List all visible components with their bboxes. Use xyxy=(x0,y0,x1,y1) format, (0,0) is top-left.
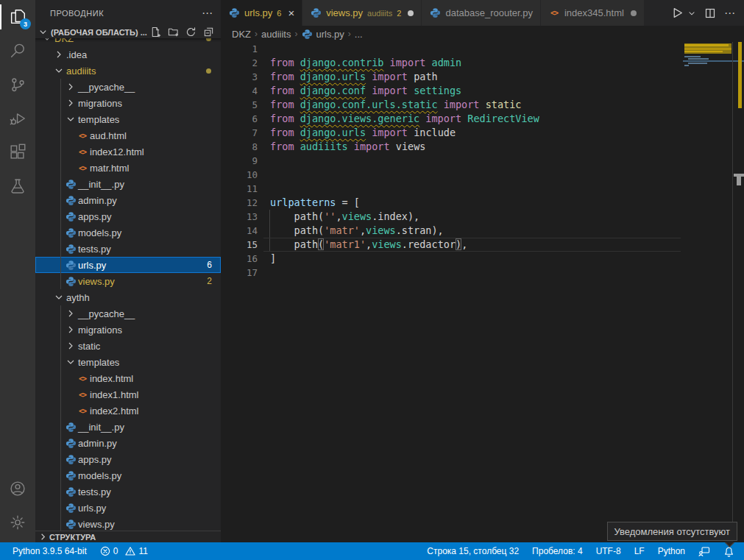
tree-item-__init__.py[interactable]: __init__.py xyxy=(35,176,221,192)
collapse-all-icon[interactable] xyxy=(203,26,214,38)
new-file-button[interactable] xyxy=(150,26,161,38)
code-line-11[interactable]: 11 xyxy=(221,182,681,196)
tree-item-matr.html[interactable]: <>matr.html xyxy=(35,160,221,176)
tree-item-tests.py[interactable]: tests.py xyxy=(35,241,221,257)
code-line-10[interactable]: 10 xyxy=(221,168,681,182)
activity-item-source-control[interactable] xyxy=(0,68,35,102)
workspace-section-header[interactable]: (РАБОЧАЯ ОБЛАСТЬ) ... xyxy=(35,26,221,38)
tree-item-apps.py[interactable]: apps.py xyxy=(35,208,221,224)
tree-item-migrations[interactable]: migrations xyxy=(35,95,221,111)
python-interpreter-status[interactable]: Python 3.9.5 64-bit xyxy=(13,546,87,556)
tab-urls.py[interactable]: urls.py6× xyxy=(221,0,302,26)
tab-description: audiiits xyxy=(367,9,392,18)
tree-item-models.py[interactable]: models.py xyxy=(35,224,221,241)
breadcrumb-item-urls.py[interactable]: urls.py xyxy=(301,28,344,40)
tab-index345.html[interactable]: <>index345.html xyxy=(541,0,645,26)
breadcrumb-item-...[interactable]: ... xyxy=(355,29,363,40)
tree-item-admin.py[interactable]: admin.py xyxy=(35,192,221,208)
tree-indent-guide xyxy=(60,403,61,419)
code-line-7[interactable]: 7from django.urls import include xyxy=(221,126,681,140)
refresh-icon[interactable] xyxy=(185,26,196,38)
encoding-status[interactable]: UTF-8 xyxy=(596,546,621,556)
activity-item-explorer[interactable]: 3 xyxy=(0,0,35,34)
indent-guide xyxy=(269,238,270,252)
tree-item-__pycache__[interactable]: __pycache__ xyxy=(35,79,221,95)
language-mode-status[interactable]: Python xyxy=(658,546,685,556)
breadcrumb-item-audiiits[interactable]: audiiits xyxy=(261,29,291,40)
line-number: 3 xyxy=(221,70,258,84)
code-line-1[interactable]: 1 xyxy=(221,42,681,56)
tree-item-views.py[interactable]: views.py2 xyxy=(35,273,221,289)
activity-item-run-debug[interactable] xyxy=(0,102,35,135)
activity-item-extensions[interactable] xyxy=(0,135,35,169)
code-line-17[interactable]: 17 xyxy=(221,266,681,280)
tree-indent-guide xyxy=(60,322,61,338)
code-line-14[interactable]: 14 path('matr',views.stran), xyxy=(221,224,681,238)
tab-views.py[interactable]: views.pyaudiiits2 xyxy=(302,0,422,26)
code-editor[interactable]: 12from django.contrib import admin3from … xyxy=(221,42,744,542)
overview-ruler[interactable] xyxy=(732,42,744,542)
tree-item-label: tests.py xyxy=(78,244,111,255)
activity-item-accounts[interactable] xyxy=(0,472,35,506)
code-line-8[interactable]: 8from audiiits import views xyxy=(221,140,681,154)
tree-item-migrations[interactable]: migrations xyxy=(35,322,221,338)
code-line-9[interactable]: 9 xyxy=(221,154,681,168)
html-file-icon: <> xyxy=(548,7,560,19)
tree-item-tests.py[interactable]: tests.py xyxy=(35,483,221,500)
breadcrumb-item-DKZ[interactable]: DKZ xyxy=(232,29,251,40)
code-line-13[interactable]: 13 path('',views.index), xyxy=(221,210,681,224)
eol-status[interactable]: LF xyxy=(634,546,645,556)
activity-item-settings[interactable] xyxy=(0,506,35,539)
tree-item-index12.html[interactable]: <>index12.html xyxy=(35,143,221,160)
tree-item-urls.py[interactable]: urls.py6 xyxy=(35,257,221,273)
activity-item-testing[interactable] xyxy=(0,169,35,203)
code-line-2[interactable]: 2from django.contrib import admin xyxy=(221,56,681,70)
code-line-4[interactable]: 4from django.conf import settings xyxy=(221,84,681,98)
tree-item-__pycache__[interactable]: __pycache__ xyxy=(35,305,221,322)
code-line-15[interactable]: 15 path('matr1',views.redactor), xyxy=(221,238,681,252)
minimap[interactable] xyxy=(683,42,733,542)
tree-item-aud.html[interactable]: <>aud.html xyxy=(35,127,221,143)
tree-item-index1.html[interactable]: <>index1.html xyxy=(35,386,221,403)
tree-item-static[interactable]: static xyxy=(35,338,221,354)
feedback-button[interactable] xyxy=(698,546,710,557)
tree-item-urls.py[interactable]: urls.py xyxy=(35,500,221,516)
indentation-status[interactable]: Пробелов: 4 xyxy=(532,546,583,556)
tree-item-.idea[interactable]: .idea xyxy=(35,46,221,63)
line-number: 7 xyxy=(221,126,258,140)
tree-item-templates[interactable]: templates xyxy=(35,111,221,127)
tree-item-index.html[interactable]: <>index.html xyxy=(35,370,221,386)
run-python-file-button[interactable] xyxy=(671,7,684,19)
new-folder-button[interactable] xyxy=(168,26,179,38)
error-icon xyxy=(100,546,110,556)
source-control-icon xyxy=(8,75,27,94)
code-line-16[interactable]: 16] xyxy=(221,252,681,266)
activity-item-search[interactable] xyxy=(0,34,35,68)
line-number: 5 xyxy=(221,98,258,112)
tree-item-aythh[interactable]: aythh xyxy=(35,289,221,305)
editor-more-actions-button[interactable]: ⋯ xyxy=(724,10,736,17)
cursor-position-status[interactable]: Строка 15, столбец 32 xyxy=(427,546,519,556)
tree-item-audiiits[interactable]: audiiits xyxy=(35,63,221,79)
tab-database_roouter.py[interactable]: database_roouter.py xyxy=(422,0,541,26)
tree-item-apps.py[interactable]: apps.py xyxy=(35,451,221,467)
code-line-6[interactable]: 6from django.views.generic import Redire… xyxy=(221,112,681,126)
code-line-5[interactable]: 5from django.conf.urls.static import sta… xyxy=(221,98,681,112)
tree-item-admin.py[interactable]: admin.py xyxy=(35,435,221,451)
problems-status[interactable]: 0 11 xyxy=(100,546,152,556)
code-line-3[interactable]: 3from django.urls import path xyxy=(221,70,681,84)
tree-item-templates[interactable]: templates xyxy=(35,354,221,370)
explorer-more-actions-button[interactable]: ⋯ xyxy=(202,10,213,17)
tree-item-DKZ[interactable]: DKZ xyxy=(35,38,221,46)
outline-section-header[interactable]: СТРУКТУРА xyxy=(35,531,221,542)
tree-item-index2.html[interactable]: <>index2.html xyxy=(35,403,221,419)
tree-item-__init__.py[interactable]: __init__.py xyxy=(35,419,221,435)
python-file-icon xyxy=(65,275,77,287)
split-editor-button[interactable] xyxy=(704,7,716,19)
run-dropdown-chevron-icon[interactable] xyxy=(687,9,696,18)
code-text: from django.urls import path xyxy=(270,70,438,84)
tree-item-views.py[interactable]: views.py xyxy=(35,516,221,531)
close-icon[interactable]: × xyxy=(288,7,294,18)
tree-item-models.py[interactable]: models.py xyxy=(35,467,221,483)
code-line-12[interactable]: 12urlpatterns = [ xyxy=(221,196,681,210)
